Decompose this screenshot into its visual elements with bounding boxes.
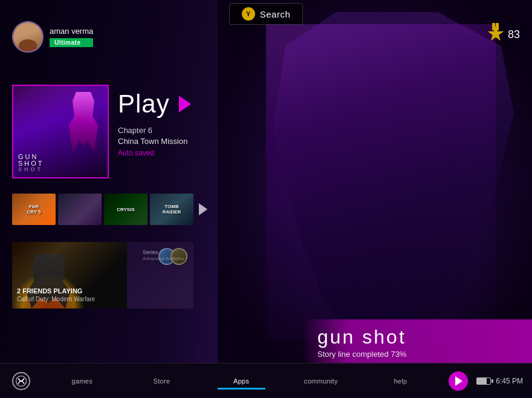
nav-item-store[interactable]: Store bbox=[122, 373, 202, 390]
play-mission: China Town Mission bbox=[118, 137, 191, 146]
trophy-star bbox=[487, 25, 504, 42]
nav-label-apps: Apps bbox=[233, 377, 249, 385]
tomb-art: TOMBRAIDER bbox=[150, 194, 193, 225]
game-progress-text: Story line completed 73% bbox=[317, 350, 517, 359]
battery-icon bbox=[476, 377, 491, 385]
gamerscore-area: 83 bbox=[487, 25, 520, 44]
avatar[interactable] bbox=[12, 21, 44, 53]
play-circle-button bbox=[449, 371, 468, 391]
nav-item-games[interactable]: games bbox=[42, 373, 122, 390]
avatar-face bbox=[13, 22, 42, 51]
trophy-icon bbox=[487, 25, 504, 44]
username: aman verma bbox=[50, 27, 93, 36]
user-area: aman verma Ultimate bbox=[12, 21, 93, 53]
series-label: SeriesAdvanced Battlefox bbox=[143, 249, 184, 261]
nav-status-area: 6:45 PM bbox=[476, 377, 532, 385]
nav-label-store: Store bbox=[154, 377, 170, 385]
friends-section: SeriesAdvanced Battlefox 2 FRIENDS PLAYI… bbox=[12, 242, 193, 308]
game-cover[interactable]: GUN SHOT shot bbox=[12, 85, 109, 178]
tomb-label: TOMBRAIDER bbox=[163, 204, 181, 215]
xbox-home-button[interactable] bbox=[0, 367, 42, 395]
nav-label-community: community bbox=[304, 377, 338, 385]
user-info: aman verma Ultimate bbox=[50, 27, 93, 47]
friends-game-name: Call of Duty: Modern Warfare bbox=[17, 296, 95, 302]
farcry-label: FARCRY 5 bbox=[27, 204, 41, 215]
nav-item-help[interactable]: help bbox=[361, 373, 441, 390]
crysis-art: CRYSIS bbox=[104, 194, 148, 225]
xbox-x-icon bbox=[16, 376, 27, 387]
play-arrow-button[interactable] bbox=[179, 96, 191, 113]
nav-label-help: help bbox=[394, 377, 407, 385]
game-cover-art: GUN SHOT shot bbox=[13, 86, 108, 177]
search-label: Search bbox=[260, 9, 291, 19]
more-games-arrow[interactable] bbox=[199, 203, 207, 215]
gamerscore-value: 83 bbox=[508, 28, 520, 41]
featured-game: GUN SHOT shot bbox=[12, 85, 109, 178]
nav-label-games: games bbox=[72, 377, 93, 385]
battery-fill bbox=[477, 378, 486, 384]
game-thumb-tomb[interactable]: TOMBRAIDER bbox=[150, 194, 193, 225]
left-overlay bbox=[0, 0, 272, 363]
crysis-label: CRYSIS bbox=[117, 207, 135, 212]
game-name-large: gun shot bbox=[317, 326, 517, 348]
dark-art bbox=[58, 194, 102, 225]
game-thumb-crysis[interactable]: CRYSIS bbox=[104, 194, 148, 225]
character-highlight bbox=[266, 24, 496, 339]
nav-play-button[interactable] bbox=[440, 367, 476, 396]
recent-games-row: FARCRY 5 CRYSIS TOMBRAIDER bbox=[12, 194, 207, 225]
progress-value: 73% bbox=[391, 350, 406, 359]
clock-display: 6:45 PM bbox=[496, 377, 523, 385]
bottom-navigation: games Store Apps community help 6:45 PM bbox=[0, 363, 532, 398]
play-autosave: Auto saved bbox=[118, 149, 191, 157]
friends-count: 2 FRIENDS PLAYING bbox=[17, 287, 95, 295]
game-title-sub: shot bbox=[18, 167, 44, 172]
y-button-icon: Y bbox=[242, 7, 255, 21]
search-button[interactable]: Y Search bbox=[229, 3, 303, 25]
nav-item-community[interactable]: community bbox=[281, 373, 361, 390]
battery-body bbox=[476, 377, 491, 385]
game-title-art: GUN SHOT shot bbox=[18, 154, 44, 172]
play-label: Play bbox=[118, 90, 170, 119]
xbox-logo bbox=[12, 372, 30, 390]
nav-item-apps[interactable]: Apps bbox=[201, 373, 281, 390]
game-thumb-farcry[interactable]: FARCRY 5 bbox=[12, 194, 56, 225]
cover-figure bbox=[65, 92, 102, 152]
game-name-bar: gun shot Story line completed 73% bbox=[302, 319, 532, 365]
game-thumb-dark[interactable] bbox=[58, 194, 102, 225]
play-subtitle: Chapter 6 China Town Mission Auto saved bbox=[118, 126, 191, 157]
avatar-image bbox=[12, 21, 44, 53]
play-title: Play bbox=[118, 90, 191, 119]
progress-label: Story line completed bbox=[317, 350, 389, 359]
ultimate-badge: Ultimate bbox=[50, 38, 93, 47]
play-section: Play Chapter 6 China Town Mission Auto s… bbox=[118, 90, 191, 157]
play-triangle-icon bbox=[455, 376, 462, 386]
friends-text: 2 FRIENDS PLAYING Call of Duty: Modern W… bbox=[17, 287, 95, 302]
farcry-art: FARCRY 5 bbox=[12, 194, 56, 225]
play-chapter: Chapter 6 bbox=[118, 126, 191, 135]
